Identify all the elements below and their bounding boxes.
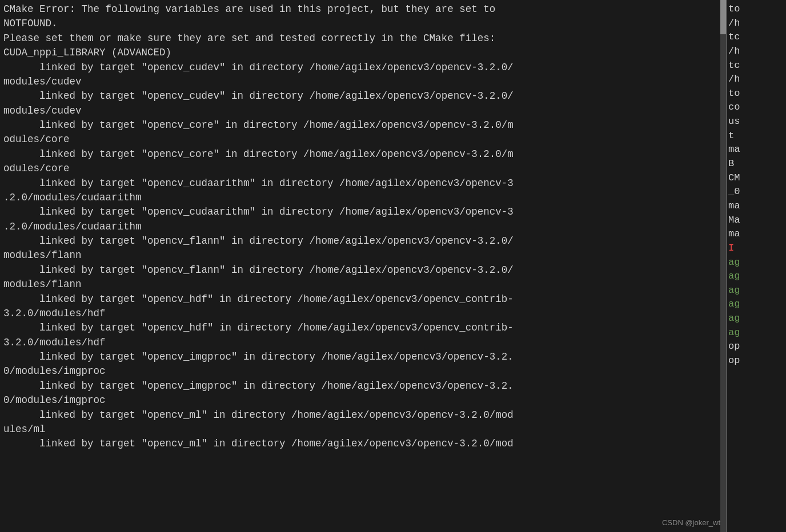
- rline-op: op op: [728, 341, 740, 366]
- rline-1: to /h tc /h tc /h to co us t ma B CM _0 …: [728, 3, 740, 239]
- right-panel: to /h tc /h tc /h to co us t ma B CM _0 …: [726, 0, 786, 532]
- scrollbar[interactable]: [720, 0, 726, 532]
- terminal-output: CMake Error: The following variables are…: [3, 2, 717, 452]
- terminal-window: CMake Error: The following variables are…: [0, 0, 786, 532]
- rline-green-ag1: ag ag ag ag ag ag: [728, 257, 740, 338]
- line-1: CMake Error: The following variables are…: [3, 3, 514, 449]
- rline-red-I: I: [728, 243, 734, 253]
- main-terminal-area[interactable]: CMake Error: The following variables are…: [0, 0, 720, 532]
- watermark-text: CSDN @joker_wt: [662, 518, 720, 529]
- right-panel-content: to /h tc /h tc /h to co us t ma B CM _0 …: [728, 2, 785, 368]
- scrollbar-thumb[interactable]: [720, 0, 726, 34]
